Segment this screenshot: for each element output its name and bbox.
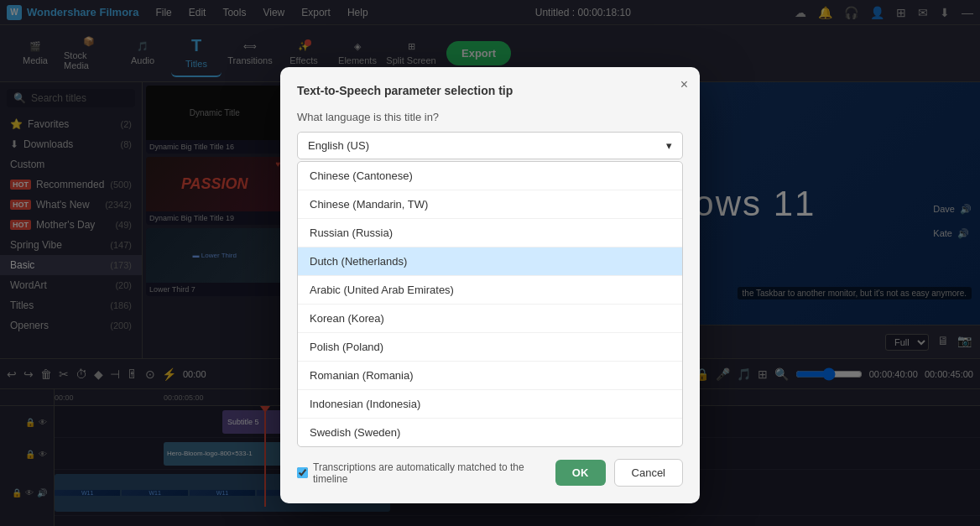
lang-option-korean[interactable]: Korean (Korea) [298,305,682,333]
lang-option-polish[interactable]: Polish (Poland) [298,333,682,362]
lang-option-romanian[interactable]: Romanian (Romania) [298,362,682,390]
cancel-button[interactable]: Cancel [614,459,683,487]
transcription-label: Transcriptions are automatically matched… [313,461,547,485]
dialog-footer: Transcriptions are automatically matched… [297,459,683,487]
lang-option-russian[interactable]: Russian (Russia) [298,219,682,247]
lang-option-dutch[interactable]: Dutch (Netherlands) [298,247,682,276]
dropdown-arrow-icon: ▾ [666,139,672,152]
lang-option-swedish[interactable]: Swedish (Sweden) [298,419,682,446]
lang-option-chinese-cantonese[interactable]: Chinese (Cantonese) [298,162,682,190]
language-select-wrap: English (US) ▾ Chinese (Cantonese) Chine… [297,132,683,447]
ok-button[interactable]: OK [555,460,606,486]
lang-option-arabic[interactable]: Arabic (United Arab Emirates) [298,276,682,305]
selected-language-label: English (US) [308,139,369,152]
dialog-question: What language is this title in? [297,111,683,123]
dialog: Text-to-Speech parameter selection tip ×… [280,67,700,503]
transcription-checkbox[interactable] [297,467,308,478]
dialog-overlay: Text-to-Speech parameter selection tip ×… [0,0,980,526]
language-selected-display[interactable]: English (US) ▾ [297,132,683,159]
lang-option-indonesian[interactable]: Indonesian (Indonesia) [298,390,682,419]
dialog-close-button[interactable]: × [680,77,688,92]
language-dropdown: Chinese (Cantonese) Chinese (Mandarin, T… [297,161,683,447]
transcription-checkbox-wrap: Transcriptions are automatically matched… [297,461,547,485]
lang-option-chinese-mandarin[interactable]: Chinese (Mandarin, TW) [298,190,682,219]
dialog-title: Text-to-Speech parameter selection tip [297,84,683,97]
